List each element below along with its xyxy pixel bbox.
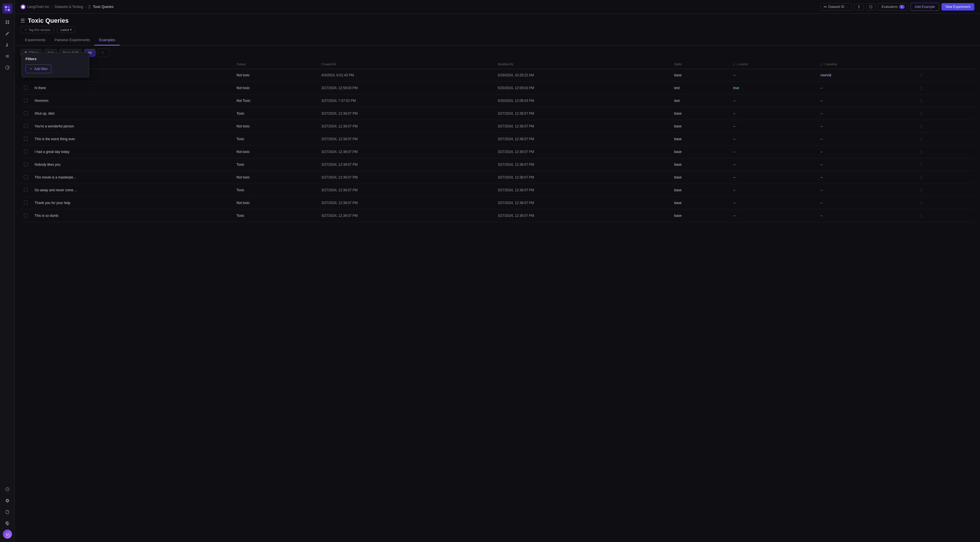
cell-actions: ⋮ — [914, 145, 974, 158]
add-filter-panel-button[interactable]: ＋ Add filter — [25, 64, 51, 73]
tab-pairwise[interactable]: Pairwise Experiments — [50, 35, 94, 45]
table-row[interactable]: Nobody likes youToxic3/27/2024, 12:38:07… — [21, 158, 974, 171]
breadcrumb-section[interactable]: Datasets & Testing — [55, 5, 83, 9]
sidebar-history-icon[interactable] — [2, 484, 13, 494]
new-experiment-button[interactable]: New Experiment — [942, 3, 974, 11]
row-checkbox-3[interactable] — [24, 111, 28, 115]
cell-recent: -- — [730, 197, 817, 209]
breadcrumb-page[interactable]: Toxic Queries — [93, 5, 114, 9]
dataset-id-button[interactable]: Dataset ID ··· — [820, 3, 852, 11]
evaluators-button[interactable]: Evaluators 1 — [878, 3, 908, 11]
row-more-button[interactable]: ⋮ — [917, 122, 925, 130]
table-row[interactable]: Not toxic4/3/2024, 6:01:40 PM5/29/2024, … — [21, 69, 974, 82]
cell-created-at: 3/27/2024, 12:38:07 PM — [318, 209, 494, 222]
cell-output: Not toxic — [233, 69, 318, 82]
sidebar-globe-icon[interactable] — [2, 518, 13, 528]
tab-experiments[interactable]: Experiments — [21, 35, 50, 45]
dataset-id-more: ··· — [846, 5, 849, 9]
download-button[interactable] — [854, 3, 864, 10]
table-row[interactable]: Shut up, idiotToxic3/27/2024, 12:38:07 P… — [21, 107, 974, 120]
sidebar-item-grid[interactable] — [2, 17, 13, 27]
row-more-button[interactable]: ⋮ — [917, 97, 925, 105]
tag-version-label: Tag this version — [29, 28, 50, 32]
cell-newkey: -- — [817, 107, 914, 120]
cell-newkey: -- — [817, 94, 914, 107]
tab-examples[interactable]: Examples — [94, 35, 120, 45]
row-checkbox-11[interactable] — [24, 214, 28, 217]
main-content: LangChain Inc. › Datasets & Testing › ☰ … — [15, 0, 980, 542]
row-more-button[interactable]: ⋮ — [917, 161, 925, 169]
col-newkey: {···} newKey — [817, 60, 914, 69]
breadcrumb-org[interactable]: LangChain Inc. — [27, 5, 50, 9]
cell-modified-at: 5/29/2024, 10:29:22 AM — [494, 69, 671, 82]
table-row[interactable]: This is the worst thing everToxic3/27/20… — [21, 133, 974, 145]
table-body: Not toxic4/3/2024, 6:01:40 PM5/29/2024, … — [21, 69, 974, 222]
tag-version-button[interactable]: ＋ Tag this version — [21, 26, 54, 33]
table-row[interactable]: This movie is a masterpie...Not toxic3/2… — [21, 171, 974, 184]
latest-button[interactable]: Latest ▾ — [57, 26, 75, 33]
table-row[interactable]: HmmmmNot Toxic3/27/2024, 7:37:52 PM5/20/… — [21, 94, 974, 107]
cell-newkey: -- — [817, 82, 914, 94]
recent-col-icon: {···} — [733, 62, 738, 66]
cell-actions: ⋮ — [914, 209, 974, 222]
table-row[interactable]: I had a great day todayNot toxic3/27/202… — [21, 145, 974, 158]
col-actions — [914, 60, 974, 69]
filter-bar: Filters test Base Split All ＋ — [15, 46, 980, 60]
sidebar-logo[interactable] — [2, 3, 13, 14]
add-icon: ＋ — [101, 50, 105, 55]
row-checkbox-6[interactable] — [24, 150, 28, 153]
sidebar-settings-icon[interactable] — [2, 496, 13, 506]
row-checkbox-1[interactable] — [24, 86, 28, 90]
cell-actions: ⋮ — [914, 94, 974, 107]
breadcrumb-sep-2: › — [85, 5, 86, 9]
cell-created-at: 3/27/2024, 12:38:07 PM — [318, 107, 494, 120]
table-row[interactable]: Thank you for your helpNot toxic3/27/202… — [21, 197, 974, 209]
row-checkbox-10[interactable] — [24, 201, 28, 205]
cell-newkey: -- — [817, 158, 914, 171]
cell-output: Not toxic — [233, 171, 318, 184]
row-more-button[interactable]: ⋮ — [917, 135, 925, 143]
sidebar-item-datasets[interactable] — [2, 51, 13, 61]
cell-recent: -- — [730, 133, 817, 145]
row-more-button[interactable]: ⋮ — [917, 186, 925, 194]
table-row[interactable]: Go away and never come ...Toxic3/27/2024… — [21, 184, 974, 197]
add-filter-button[interactable]: ＋ — [97, 48, 110, 57]
sidebar-item-edit[interactable] — [2, 29, 13, 38]
row-more-button[interactable]: ⋮ — [917, 71, 925, 79]
sidebar-item-experiments[interactable] — [2, 40, 13, 50]
row-checkbox-8[interactable] — [24, 175, 28, 179]
cell-input: This is the worst thing ever — [31, 133, 233, 145]
cell-actions: ⋮ — [914, 197, 974, 209]
cell-actions: ⋮ — [914, 184, 974, 197]
cell-modified-at: 3/27/2024, 12:38:07 PM — [494, 158, 671, 171]
cell-input: This is so dumb — [31, 209, 233, 222]
row-checkbox-5[interactable] — [24, 137, 28, 141]
row-checkbox-7[interactable] — [24, 162, 28, 166]
table-row[interactable]: hi thereNot toxic3/27/2024, 12:58:03 PM5… — [21, 82, 974, 94]
table-row[interactable]: You're a wonderful personNot toxic3/27/2… — [21, 120, 974, 133]
cell-modified-at: 3/27/2024, 12:38:07 PM — [494, 145, 671, 158]
row-more-button[interactable]: ⋮ — [917, 110, 925, 118]
row-more-button[interactable]: ⋮ — [917, 174, 925, 181]
row-more-button[interactable]: ⋮ — [917, 84, 925, 92]
filters-panel: Filters ＋ Add filter — [21, 53, 89, 78]
cell-recent: -- — [730, 209, 817, 222]
table-row[interactable]: This is so dumbToxic3/27/2024, 12:38:07 … — [21, 209, 974, 222]
row-checkbox-2[interactable] — [24, 99, 28, 102]
user-avatar[interactable]: U — [3, 529, 12, 539]
row-more-button[interactable]: ⋮ — [917, 212, 925, 220]
cell-output: Toxic — [233, 133, 318, 145]
add-example-button[interactable]: Add Example — [910, 3, 939, 11]
row-checkbox-4[interactable] — [24, 124, 28, 128]
row-more-button[interactable]: ⋮ — [917, 148, 925, 156]
sidebar-docs-icon[interactable] — [2, 507, 13, 517]
cell-modified-at: 3/27/2024, 12:38:07 PM — [494, 209, 671, 222]
row-more-button[interactable]: ⋮ — [917, 199, 925, 207]
row-checkbox-9[interactable] — [24, 188, 28, 192]
cell-recent: -- — [730, 184, 817, 197]
cell-actions: ⋮ — [914, 120, 974, 133]
breadcrumb-page-icon: ☰ — [88, 5, 91, 9]
sidebar-item-analytics[interactable] — [2, 62, 13, 73]
globe-button[interactable] — [866, 3, 876, 10]
cell-actions: ⋮ — [914, 171, 974, 184]
